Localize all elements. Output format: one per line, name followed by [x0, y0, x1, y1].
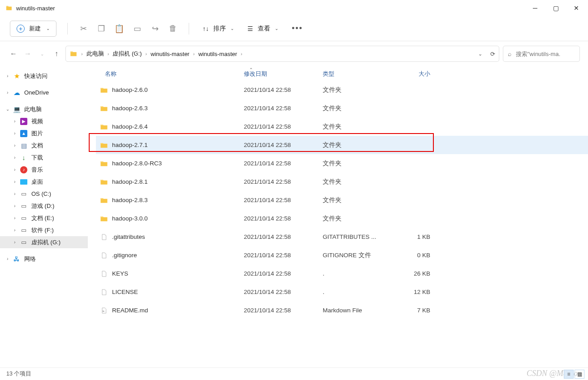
folder-icon — [99, 159, 108, 168]
sidebar-item[interactable]: › ♪ 音乐 — [0, 164, 88, 176]
expand-icon[interactable]: › — [4, 73, 11, 78]
file-name: hadoop-2.8.1 — [112, 178, 148, 185]
sidebar-item[interactable]: › ▭ 文档 (E:) — [0, 212, 88, 224]
expand-icon[interactable]: › — [4, 90, 11, 95]
file-list: hadoop-2.6.0 2021/10/14 22:58 文件夹 hadoop… — [96, 81, 588, 320]
sidebar-item[interactable]: › ▭ 软件 (F:) — [0, 224, 88, 236]
sidebar-item[interactable]: › 桌面 — [0, 176, 88, 188]
crumb-folder1[interactable]: winutils-master — [151, 51, 190, 57]
header-name[interactable]: 名称 — [96, 70, 244, 78]
expand-icon[interactable]: › — [12, 203, 18, 208]
title-bar: winutils-master ─ ▢ ✕ — [0, 0, 588, 16]
expand-icon[interactable]: › — [12, 228, 18, 233]
expand-icon[interactable]: › — [12, 167, 18, 172]
expand-icon[interactable]: › — [12, 155, 18, 160]
file-row[interactable]: LICENSE 2021/10/14 22:58 . 12 KB — [96, 283, 588, 301]
file-row[interactable]: hadoop-3.0.0 2021/10/14 22:58 文件夹 — [96, 209, 588, 228]
crumb-pc[interactable]: 此电脑 — [86, 50, 104, 58]
maximize-button[interactable]: ▢ — [551, 4, 560, 12]
file-date: 2021/10/14 22:58 — [244, 307, 323, 314]
file-date: 2021/10/14 22:58 — [244, 123, 323, 130]
rename-icon[interactable]: ▭ — [132, 24, 142, 34]
view-button[interactable]: ☰ 查看 ⌄ — [245, 25, 281, 33]
forward-button[interactable]: → — [22, 50, 33, 58]
file-type: GITATTRIBUTES ... — [323, 233, 392, 240]
tiles-view-icon[interactable]: ▦ — [575, 370, 584, 379]
file-row[interactable]: .gitignore 2021/10/14 22:58 GITIGNORE 文件… — [96, 246, 588, 264]
file-row[interactable]: M↓README.md 2021/10/14 22:58 Markdown Fi… — [96, 301, 588, 320]
drive-icon: ▭ — [20, 202, 28, 210]
search-box[interactable]: ⌕ — [503, 46, 580, 62]
delete-icon[interactable]: 🗑 — [168, 24, 178, 34]
file-type: 文件夹 — [323, 123, 392, 131]
dl-icon: ↓ — [20, 154, 28, 162]
recent-chevron-icon[interactable]: ⌄ — [37, 52, 48, 56]
sidebar-item[interactable]: › ▶ 视频 — [0, 115, 88, 127]
details-view-icon[interactable]: ≡ — [564, 370, 574, 379]
sidebar-item[interactable]: › ▭ 虚拟机 (G:) — [0, 236, 88, 248]
close-button[interactable]: ✕ — [572, 4, 581, 12]
refresh-icon[interactable]: ⟳ — [490, 51, 495, 57]
file-row[interactable]: KEYS 2021/10/14 22:58 . 26 KB — [96, 264, 588, 283]
sort-button[interactable]: ↑↓ 排序 ⌄ — [200, 25, 237, 33]
view-icon: ☰ — [247, 25, 253, 32]
header-size[interactable]: 大小 — [392, 70, 435, 78]
address-bar[interactable]: ›此电脑 ›虚拟机 (G:) ›winutils-master ›winutil… — [65, 46, 499, 62]
sidebar-item[interactable]: › 🖧 网络 — [0, 253, 88, 265]
sidebar-item[interactable]: › ▭ OS (C:) — [0, 188, 88, 200]
new-button[interactable]: + 新建 ⌄ — [10, 21, 56, 37]
dropdown-chevron-icon[interactable]: ⌄ — [478, 51, 482, 57]
file-row[interactable]: .gitattributes 2021/10/14 22:58 GITATTRI… — [96, 228, 588, 246]
copy-icon[interactable]: ❐ — [96, 24, 106, 34]
more-button[interactable]: ••• — [289, 24, 306, 33]
expand-icon[interactable]: › — [12, 143, 18, 148]
cut-icon[interactable]: ✂ — [78, 24, 88, 34]
sidebar-label: OneDrive — [24, 89, 49, 96]
share-icon[interactable]: ↪ — [150, 24, 160, 34]
sidebar-item[interactable]: › ▲ 图片 — [0, 127, 88, 139]
file-row[interactable]: hadoop-2.8.0-RC3 2021/10/14 22:58 文件夹 — [96, 154, 588, 173]
sidebar-label: 下载 — [31, 154, 43, 162]
file-row[interactable]: hadoop-2.6.4 2021/10/14 22:58 文件夹 — [96, 117, 588, 136]
paste-icon[interactable]: 📋 — [114, 24, 124, 34]
file-row[interactable]: hadoop-2.6.0 2021/10/14 22:58 文件夹 — [96, 81, 588, 99]
sidebar-item[interactable]: › ☁ OneDrive — [0, 86, 88, 99]
vid-icon: ▶ — [20, 117, 28, 125]
sidebar-item[interactable]: ⌄ 💻 此电脑 — [0, 103, 88, 115]
expand-icon[interactable]: › — [12, 131, 18, 136]
search-input[interactable] — [516, 51, 575, 57]
up-button[interactable]: ↑ — [51, 50, 62, 58]
expand-icon[interactable]: › — [12, 216, 18, 220]
sidebar-item[interactable]: › ▭ 游戏 (D:) — [0, 200, 88, 212]
minimize-button[interactable]: ─ — [531, 4, 540, 12]
file-row[interactable]: hadoop-2.8.3 2021/10/14 22:58 文件夹 — [96, 191, 588, 209]
expand-icon[interactable]: › — [12, 179, 18, 184]
file-name: LICENSE — [112, 289, 138, 295]
mus-icon: ♪ — [20, 166, 28, 174]
desk-icon — [20, 178, 28, 186]
back-button[interactable]: ← — [8, 50, 19, 58]
file-type: 文件夹 — [323, 86, 392, 94]
file-row[interactable]: hadoop-2.8.1 2021/10/14 22:58 文件夹 — [96, 173, 588, 191]
crumb-folder2[interactable]: winutils-master — [198, 51, 237, 57]
sidebar-item[interactable]: › ★ 快速访问 — [0, 70, 88, 82]
sidebar-item[interactable]: › ↓ 下载 — [0, 151, 88, 164]
header-type[interactable]: 类型 — [323, 70, 392, 78]
expand-icon[interactable]: ⌄ — [4, 107, 11, 112]
sidebar-item[interactable]: › ▤ 文档 — [0, 139, 88, 151]
file-date: 2021/10/14 22:58 — [244, 252, 323, 259]
svg-text:M↓: M↓ — [103, 310, 105, 312]
crumb-drive[interactable]: 虚拟机 (G:) — [112, 50, 142, 58]
file-row[interactable]: hadoop-2.6.3 2021/10/14 22:58 文件夹 — [96, 99, 588, 117]
file-icon — [99, 288, 108, 297]
expand-icon[interactable]: › — [12, 240, 18, 245]
file-type: 文件夹 — [323, 160, 392, 168]
file-row[interactable]: hadoop-2.7.1 2021/10/14 22:58 文件夹 — [96, 136, 588, 154]
expand-icon[interactable]: › — [12, 191, 18, 196]
file-type: 文件夹 — [323, 196, 392, 204]
expand-icon[interactable]: › — [4, 256, 11, 261]
sort-caret-icon: ⌃ — [249, 67, 253, 72]
expand-icon[interactable]: › — [12, 119, 18, 124]
header-date[interactable]: 修改日期 — [244, 70, 323, 78]
star-icon: ★ — [13, 72, 21, 80]
